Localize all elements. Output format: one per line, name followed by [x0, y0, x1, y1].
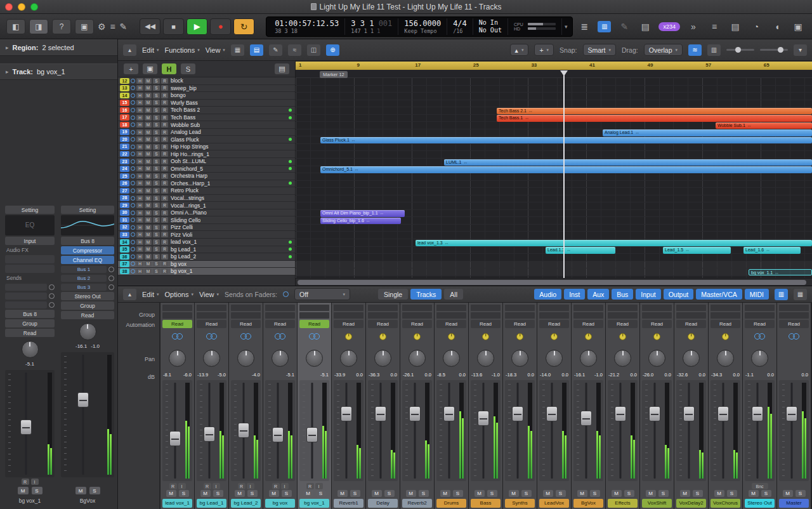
- track-m-button[interactable]: M: [145, 202, 152, 208]
- track-r-button[interactable]: R: [161, 136, 168, 142]
- automation-read-button[interactable]: Read: [402, 320, 432, 328]
- track-s-button[interactable]: S: [153, 210, 160, 216]
- track-s-button[interactable]: S: [153, 254, 160, 260]
- region[interactable]: lead vox_1.3↔: [416, 240, 812, 247]
- menu-functions[interactable]: Functions▾: [164, 46, 199, 54]
- mixer-channel[interactable]: Read-18.30.0MSSynths: [503, 303, 537, 509]
- smart-tempo-icon[interactable]: ▤: [638, 22, 653, 32]
- track-row[interactable]: 25HMSROrchestra Harp: [118, 173, 295, 180]
- track-row[interactable]: 24HMSROmnichord_5: [118, 166, 295, 173]
- track-h-button[interactable]: H: [136, 85, 143, 91]
- track-r-button[interactable]: R: [161, 107, 168, 113]
- volume-value[interactable]: 0.0: [733, 372, 740, 379]
- track-row[interactable]: 32HMSRPizz Celli: [118, 224, 295, 232]
- track-h-button[interactable]: H: [136, 166, 143, 171]
- track-row[interactable]: 26HMSROrches...Harp_1: [118, 180, 295, 188]
- chat-icon[interactable]: ◖: [769, 22, 785, 32]
- solo-button[interactable]: S: [32, 487, 43, 494]
- power-icon[interactable]: [283, 291, 289, 297]
- send-destination[interactable]: Bus 2: [61, 275, 107, 282]
- track-name[interactable]: bg vox: [171, 261, 187, 267]
- menu-view[interactable]: View▾: [199, 291, 219, 298]
- track-s-button[interactable]: S: [153, 144, 160, 150]
- automation-read-button[interactable]: Read: [573, 320, 603, 328]
- vertical-zoom-icon[interactable]: ▥: [707, 44, 721, 56]
- track-power-icon[interactable]: [131, 130, 135, 135]
- send-slot-empty[interactable]: [5, 284, 47, 291]
- master-level-icon[interactable]: ≣: [577, 22, 592, 32]
- track-name[interactable]: Wurly Bass: [171, 100, 198, 106]
- bounce-button[interactable]: Bnc: [752, 483, 768, 489]
- send-slot-empty[interactable]: [5, 301, 47, 308]
- track-m-button[interactable]: M: [145, 85, 152, 91]
- track-r-button[interactable]: R: [161, 85, 168, 91]
- volume-fader[interactable]: [238, 423, 249, 438]
- mute-button[interactable]: M: [680, 490, 690, 497]
- automation-read-button[interactable]: Read: [676, 320, 706, 328]
- flex-tool-icon[interactable]: ◫: [307, 44, 320, 56]
- pan-knob[interactable]: [306, 350, 323, 367]
- channel-name[interactable]: Reverb2: [402, 499, 432, 508]
- group-slot[interactable]: [608, 312, 638, 319]
- track-h-button[interactable]: H: [136, 268, 143, 274]
- track-m-button[interactable]: M: [145, 254, 152, 260]
- region[interactable]: LUML.1↔: [444, 159, 812, 166]
- mixer-channel[interactable]: Read-26.10.0MSReverb2: [400, 303, 434, 509]
- track-h-button[interactable]: H: [136, 217, 143, 223]
- track-power-icon[interactable]: [131, 116, 135, 120]
- pan-knob[interactable]: [203, 350, 220, 367]
- pan-knob[interactable]: [22, 341, 39, 358]
- pan-knob[interactable]: [751, 350, 768, 367]
- group-slot[interactable]: Group: [61, 301, 114, 310]
- send-knob[interactable]: [49, 302, 55, 308]
- mute-button[interactable]: M: [509, 490, 519, 497]
- audio-fx-slot[interactable]: Compressor: [61, 246, 114, 255]
- solo-button[interactable]: S: [247, 490, 258, 497]
- track-power-icon[interactable]: [131, 181, 135, 185]
- mute-button[interactable]: M: [475, 490, 485, 497]
- automation-read-button[interactable]: Read: [471, 320, 501, 328]
- track-h-button[interactable]: H: [136, 159, 143, 164]
- solo-button[interactable]: S: [761, 490, 771, 497]
- track-s-button[interactable]: S: [153, 107, 160, 113]
- browsers-icon[interactable]: ▣: [790, 22, 806, 32]
- track-r-button[interactable]: R: [161, 210, 168, 216]
- group-slot[interactable]: [265, 312, 295, 319]
- menu-view[interactable]: View▾: [206, 46, 225, 54]
- record-enable-button[interactable]: R: [272, 483, 280, 489]
- volume-value[interactable]: 0.0: [391, 372, 397, 379]
- region[interactable]: Lead.1.3↔: [546, 247, 615, 254]
- solo-button[interactable]: S: [796, 490, 806, 497]
- send-knob[interactable]: [108, 275, 114, 281]
- menu-edit[interactable]: Edit▾: [142, 46, 159, 54]
- mute-button[interactable]: M: [543, 490, 553, 497]
- mixer-channel[interactable]: Read-5.1RIMSbg vox: [263, 303, 297, 509]
- mute-button[interactable]: M: [337, 490, 348, 497]
- pan-knob[interactable]: [272, 350, 289, 367]
- solo-button[interactable]: S: [727, 490, 737, 497]
- pencil-tool-icon[interactable]: ✎: [269, 44, 282, 56]
- group-slot[interactable]: [505, 312, 535, 319]
- horizontal-scrollbar[interactable]: [296, 278, 812, 286]
- channel-name[interactable]: Stereo Out: [745, 499, 775, 508]
- track-h-button[interactable]: H: [136, 122, 143, 128]
- automation-read-button[interactable]: Read: [197, 320, 226, 328]
- track-power-icon[interactable]: [131, 269, 135, 274]
- track-name[interactable]: Analog Lead: [171, 129, 201, 135]
- solo-button[interactable]: S: [693, 490, 703, 497]
- volume-value[interactable]: 0.0: [699, 372, 705, 379]
- volume-value[interactable]: 0.0: [562, 372, 568, 379]
- view-mode-tracks[interactable]: Tracks: [410, 289, 442, 300]
- eq-thumbnail[interactable]: [61, 215, 114, 235]
- mixer-channel[interactable]: Read-34.30.0MSVoxChorus: [709, 303, 742, 509]
- filter-input[interactable]: Input: [636, 289, 660, 300]
- playhead-handle[interactable]: [560, 70, 568, 76]
- rewind-button[interactable]: ◀◀: [140, 18, 160, 35]
- vca-slot[interactable]: [608, 305, 638, 311]
- track-m-button[interactable]: M: [145, 217, 152, 223]
- group-slot[interactable]: [197, 312, 226, 319]
- track-row[interactable]: 18HMSRWobble Sub: [118, 121, 295, 129]
- track-header-options-icon[interactable]: ▤: [275, 63, 289, 74]
- format-knob-icon[interactable]: [585, 333, 592, 340]
- track-r-button[interactable]: R: [161, 254, 168, 260]
